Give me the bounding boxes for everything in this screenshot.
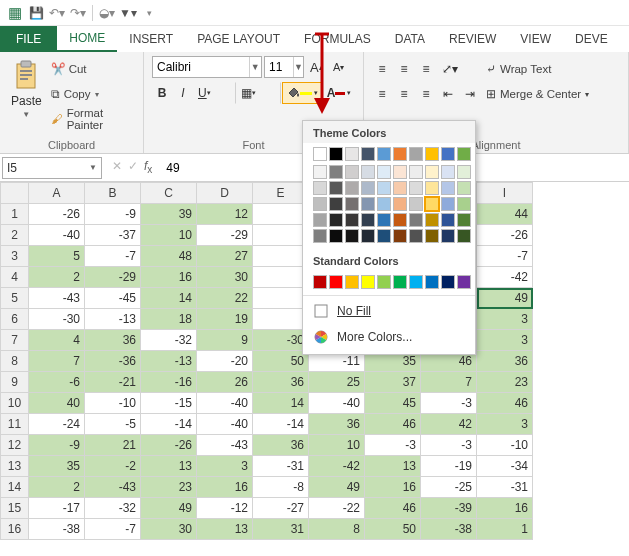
cell[interactable]: -13 [141,351,197,372]
cell[interactable]: -15 [141,393,197,414]
more-colors-button[interactable]: More Colors... [303,324,475,350]
cell[interactable]: -22 [309,498,365,519]
cell[interactable]: 7 [29,351,85,372]
color-swatch[interactable] [313,197,327,211]
cell[interactable]: -2 [85,456,141,477]
decrease-indent-button[interactable]: ⇤ [438,83,458,105]
color-swatch[interactable] [329,147,343,161]
color-swatch[interactable] [361,213,375,227]
cell[interactable]: 21 [85,435,141,456]
color-swatch[interactable] [409,165,423,179]
italic-button[interactable]: I [173,82,193,104]
customize-qat-icon[interactable]: ▾ [140,4,158,22]
color-swatch[interactable] [329,197,343,211]
cell[interactable]: 2 [29,267,85,288]
chevron-down-icon[interactable]: ▼ [249,57,261,77]
row-header[interactable]: 8 [1,351,29,372]
row-header[interactable]: 6 [1,309,29,330]
color-swatch[interactable] [425,229,439,243]
row-header[interactable]: 16 [1,519,29,540]
cell[interactable]: 10 [141,225,197,246]
color-swatch[interactable] [441,213,455,227]
cell[interactable]: -40 [309,393,365,414]
color-swatch[interactable] [409,197,423,211]
cell[interactable]: 3 [197,456,253,477]
increase-font-button[interactable]: A▴ [306,56,327,78]
cell[interactable]: -38 [421,519,477,540]
cell[interactable]: -32 [141,330,197,351]
increase-indent-button[interactable]: ⇥ [460,83,480,105]
align-top-button[interactable]: ≡ [372,58,392,80]
cell[interactable]: -30 [253,330,309,351]
color-swatch[interactable] [393,213,407,227]
font-name-combo[interactable]: ▼ [152,56,262,78]
color-swatch[interactable] [457,165,471,179]
cell[interactable]: -10 [477,435,533,456]
cell[interactable]: -16 [141,372,197,393]
redo-icon[interactable]: ↷▾ [69,4,87,22]
cell[interactable]: 42 [421,414,477,435]
cell[interactable] [253,309,309,330]
enter-icon[interactable]: ✓ [128,159,138,175]
color-swatch[interactable] [425,213,439,227]
cancel-icon[interactable]: ✕ [112,159,122,175]
color-swatch[interactable] [393,197,407,211]
cell[interactable]: 3 [477,414,533,435]
color-swatch[interactable] [457,181,471,195]
color-swatch[interactable] [313,147,327,161]
color-swatch[interactable] [329,181,343,195]
cell[interactable]: -29 [197,225,253,246]
color-swatch[interactable] [329,213,343,227]
cell[interactable]: 7 [421,372,477,393]
cell[interactable]: 35 [29,456,85,477]
align-left-button[interactable]: ≡ [372,83,392,105]
cell[interactable]: 16 [197,477,253,498]
cell[interactable]: 10 [309,435,365,456]
color-swatch[interactable] [377,213,391,227]
color-swatch[interactable] [393,229,407,243]
color-swatch[interactable] [393,181,407,195]
cell[interactable]: 49 [477,288,533,309]
fx-icon[interactable]: fx [144,159,152,175]
cell[interactable]: -7 [85,519,141,540]
cell[interactable] [253,246,309,267]
cell[interactable] [253,225,309,246]
cell[interactable]: 50 [253,351,309,372]
cell[interactable]: -29 [85,267,141,288]
color-swatch[interactable] [441,197,455,211]
tab-insert[interactable]: INSERT [117,26,185,52]
cell[interactable]: -26 [141,435,197,456]
cell[interactable]: -32 [85,498,141,519]
cell[interactable]: -3 [421,393,477,414]
color-swatch[interactable] [345,213,359,227]
cell[interactable]: -30 [29,309,85,330]
tab-data[interactable]: DATA [383,26,437,52]
cell[interactable]: 46 [365,414,421,435]
align-bottom-button[interactable]: ≡ [416,58,436,80]
color-swatch[interactable] [377,147,391,161]
cell[interactable]: 5 [29,246,85,267]
filter-icon[interactable]: ▼▾ [119,4,137,22]
color-swatch[interactable] [361,165,375,179]
merge-center-button[interactable]: ⊞Merge & Center▾ [486,83,589,105]
tab-developer[interactable]: DEVE [563,26,620,52]
cell[interactable]: -42 [309,456,365,477]
color-swatch[interactable] [313,213,327,227]
cell[interactable]: -43 [85,477,141,498]
color-swatch[interactable] [425,165,439,179]
cell[interactable]: 30 [197,267,253,288]
cell[interactable]: -27 [253,498,309,519]
cell[interactable]: -31 [477,477,533,498]
cell[interactable]: 14 [253,393,309,414]
color-swatch[interactable] [313,275,327,289]
cell[interactable]: -7 [85,246,141,267]
cell[interactable]: -39 [421,498,477,519]
color-swatch[interactable] [409,147,423,161]
color-swatch[interactable] [393,147,407,161]
cell[interactable] [253,204,309,225]
chevron-down-icon[interactable]: ▼ [293,57,303,77]
tab-page-layout[interactable]: PAGE LAYOUT [185,26,292,52]
cell[interactable]: -38 [29,519,85,540]
color-swatch[interactable] [457,197,471,211]
align-right-button[interactable]: ≡ [416,83,436,105]
